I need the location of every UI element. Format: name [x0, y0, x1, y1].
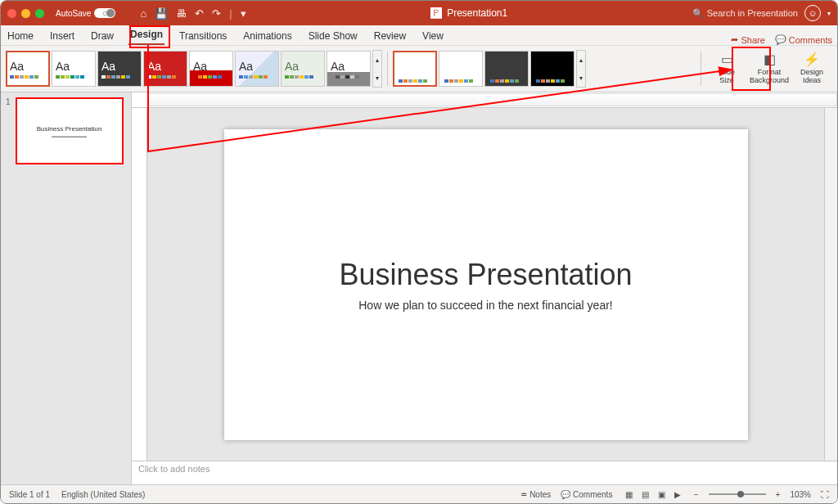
notes-pane[interactable]: Click to add notes — [132, 461, 837, 484]
thumb-number: 1 — [6, 97, 11, 164]
titlebar: AutoSave OFF ⌂ 💾 🖶 ↶ ↷ | ▾ 🅿 Presentatio… — [1, 1, 837, 25]
tab-slideshow[interactable]: Slide Show — [307, 27, 359, 45]
theme-4[interactable]: Aa — [143, 51, 187, 87]
tab-view[interactable]: View — [421, 27, 445, 45]
theme-6[interactable]: Aa — [235, 51, 279, 87]
tab-home[interactable]: Home — [6, 27, 35, 45]
print-icon[interactable]: 🖶 — [176, 7, 187, 20]
design-ideas-icon: ⚡ — [804, 52, 820, 67]
slide-size-icon: ▭ — [721, 52, 733, 67]
user-menu-chevron-icon[interactable]: ▾ — [827, 10, 831, 17]
horizontal-ruler[interactable] — [132, 92, 837, 108]
normal-view-icon[interactable]: ▦ — [622, 490, 636, 499]
autosave-label: AutoSave — [56, 9, 91, 18]
zoom-out-button[interactable]: − — [694, 490, 699, 499]
home-icon[interactable]: ⌂ — [140, 7, 146, 20]
fit-to-window-icon[interactable]: ⛶ — [821, 490, 829, 499]
variant-2[interactable] — [439, 51, 483, 87]
zoom-slider[interactable] — [709, 493, 766, 495]
comments-button[interactable]: 💬 Comments — [775, 34, 832, 45]
theme-8[interactable]: Aa — [327, 51, 371, 87]
status-bar: Slide 1 of 1 English (United States) ≐ N… — [1, 484, 837, 503]
slide-counter: Slide 1 of 1 — [9, 490, 50, 499]
slide-thumbnail-1[interactable]: Business Presentation __________________… — [16, 97, 124, 164]
undo-icon[interactable]: ↶ — [195, 7, 204, 20]
slide-size-button[interactable]: ▭ Slide Size — [706, 51, 747, 87]
variant-4[interactable] — [530, 51, 574, 87]
slide-canvas-container[interactable]: Business Presentation How we plan to suc… — [147, 108, 824, 461]
slide-canvas[interactable]: Business Presentation How we plan to suc… — [224, 129, 748, 440]
theme-3[interactable]: Aa — [97, 51, 142, 87]
minimize-button[interactable] — [21, 9, 30, 18]
variants-more-button[interactable]: ▴▾ — [576, 50, 586, 88]
search-icon: 🔍 — [692, 8, 704, 19]
app-window: AutoSave OFF ⌂ 💾 🖶 ↶ ↷ | ▾ 🅿 Presentatio… — [0, 0, 838, 504]
tab-animations[interactable]: Animations — [241, 27, 293, 45]
zoom-in-button[interactable]: + — [776, 490, 781, 499]
format-background-button[interactable]: ◧ Format Background — [749, 51, 790, 87]
slide-thumbnail-panel: 1 Business Presentation ________________… — [1, 92, 132, 484]
vertical-ruler[interactable] — [132, 108, 147, 461]
design-ideas-button[interactable]: ⚡ Design Ideas — [791, 51, 832, 87]
redo-icon[interactable]: ↷ — [212, 7, 221, 20]
variant-3[interactable] — [484, 51, 529, 87]
notes-placeholder: Click to add notes — [138, 464, 210, 474]
themes-more-button[interactable]: ▴▾ — [372, 50, 382, 88]
share-button[interactable]: ➦ Share — [731, 34, 764, 45]
vertical-scrollbar[interactable] — [824, 108, 837, 461]
workspace: 1 Business Presentation ________________… — [1, 92, 837, 484]
zoom-percent[interactable]: 103% — [790, 490, 811, 499]
format-background-icon: ◧ — [764, 52, 776, 67]
close-button[interactable] — [7, 9, 16, 18]
window-controls — [7, 9, 44, 18]
slideshow-view-icon[interactable]: ▶ — [671, 490, 684, 499]
app-logo-icon: 🅿 — [430, 7, 442, 20]
tab-transitions[interactable]: Transitions — [178, 27, 228, 45]
tab-design[interactable]: Design — [128, 25, 164, 45]
sorter-view-icon[interactable]: ▤ — [638, 490, 652, 499]
search-placeholder: Search in Presentation — [707, 8, 798, 18]
save-icon[interactable]: 💾 — [155, 7, 168, 20]
document-title: Presentation1 — [447, 7, 507, 19]
slide-subtitle[interactable]: How we plan to succeed in the next finan… — [358, 299, 613, 312]
slide-title[interactable]: Business Presentation — [339, 258, 632, 292]
language-indicator[interactable]: English (United States) — [61, 490, 145, 499]
theme-office[interactable]: Aa — [6, 51, 50, 87]
quick-access-toolbar: ⌂ 💾 🖶 ↶ ↷ | ▾ — [140, 7, 246, 20]
autosave-toggle[interactable]: AutoSave OFF — [56, 8, 130, 18]
search-box[interactable]: 🔍 Search in Presentation — [692, 8, 798, 19]
comments-toggle[interactable]: 💬 Comments — [561, 490, 612, 499]
ribbon-content: Aa Aa Aa Aa Aa Aa Aa Aa — [1, 46, 837, 92]
autosave-state: OFF — [102, 11, 114, 16]
view-buttons: ▦ ▤ ▣ ▶ — [622, 490, 683, 499]
user-menu[interactable]: ☺ — [804, 5, 821, 21]
comment-icon: 💬 — [775, 34, 786, 45]
reading-view-icon[interactable]: ▣ — [655, 490, 669, 499]
tab-draw[interactable]: Draw — [89, 27, 115, 45]
theme-7[interactable]: Aa — [281, 51, 325, 87]
slide-editor-area: Business Presentation How we plan to suc… — [132, 92, 837, 484]
theme-5[interactable]: Aa — [189, 51, 233, 87]
tab-insert[interactable]: Insert — [48, 27, 76, 45]
maximize-button[interactable] — [35, 9, 44, 18]
theme-2[interactable]: Aa — [52, 51, 96, 87]
qat-more-icon[interactable]: ▾ — [241, 7, 246, 20]
variant-1[interactable] — [393, 51, 437, 87]
notes-toggle[interactable]: ≐ Notes — [520, 490, 551, 499]
tab-review[interactable]: Review — [372, 27, 408, 45]
ribbon-tabs: Home Insert Draw Design Transitions Anim… — [1, 25, 837, 46]
share-icon: ➦ — [731, 34, 738, 45]
